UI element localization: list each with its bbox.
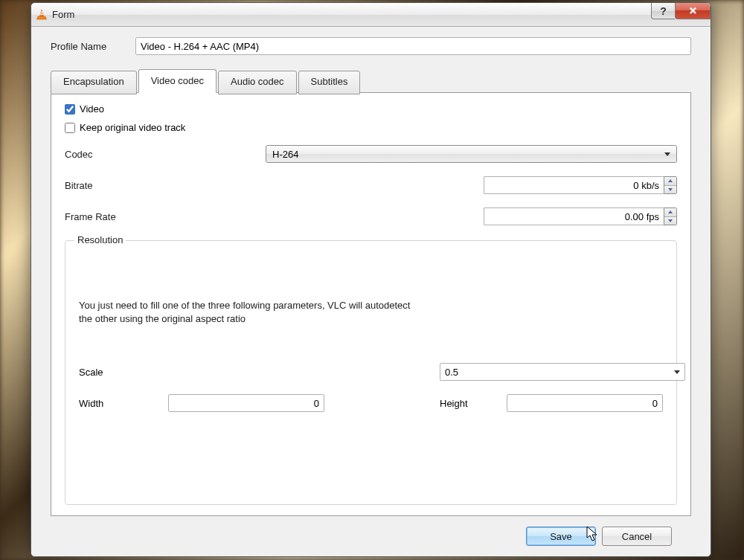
- scale-combobox[interactable]: 0.5: [440, 363, 685, 381]
- keep-original-checkbox[interactable]: [65, 123, 75, 133]
- help-icon: ?: [660, 5, 667, 17]
- window-title: Form: [52, 9, 74, 20]
- keep-original-label: Keep original video track: [80, 122, 185, 133]
- height-label: Height: [440, 398, 507, 409]
- resolution-group: Resolution You just need to fill one of …: [65, 240, 677, 505]
- profile-name-label: Profile Name: [51, 41, 135, 52]
- resolution-title: Resolution: [74, 234, 126, 245]
- bitrate-step-down[interactable]: [664, 186, 676, 194]
- save-button[interactable]: Save: [526, 527, 596, 546]
- codec-combobox[interactable]: H-264: [266, 145, 677, 163]
- svg-rect-1: [40, 13, 43, 14]
- video-checkbox-label: Video: [80, 103, 104, 115]
- cancel-button[interactable]: Cancel: [602, 527, 672, 546]
- tab-video-codec[interactable]: Video codec: [138, 69, 217, 93]
- video-checkbox[interactable]: [65, 104, 75, 115]
- tab-audio-codec[interactable]: Audio codec: [218, 71, 297, 94]
- width-input[interactable]: [168, 394, 324, 412]
- chevron-up-icon: [668, 210, 673, 213]
- bitrate-step-up[interactable]: [664, 177, 676, 186]
- form-dialog: Form ? ✕ Profile Name Encapsulation Vide…: [31, 2, 711, 557]
- framerate-step-up[interactable]: [664, 208, 676, 217]
- height-input[interactable]: [507, 394, 663, 412]
- video-codec-panel: Video Keep original video track Codec H-…: [51, 92, 691, 516]
- profile-name-input[interactable]: [135, 37, 691, 55]
- chevron-down-icon: [668, 188, 673, 191]
- codec-label: Codec: [65, 149, 266, 160]
- bitrate-input[interactable]: [484, 176, 664, 194]
- framerate-label: Frame Rate: [65, 211, 266, 222]
- codec-value: H-264: [272, 149, 660, 160]
- framerate-step-down[interactable]: [664, 217, 676, 225]
- chevron-down-icon: [664, 152, 670, 156]
- chevron-up-icon: [668, 179, 673, 182]
- close-icon: ✕: [689, 5, 697, 16]
- chevron-down-icon: [668, 219, 673, 222]
- chevron-down-icon: [674, 370, 680, 374]
- help-button[interactable]: ?: [651, 3, 675, 19]
- tab-encapsulation[interactable]: Encapsulation: [51, 71, 137, 94]
- framerate-spinner: [664, 207, 677, 225]
- close-button[interactable]: ✕: [675, 3, 711, 19]
- bitrate-label: Bitrate: [65, 180, 266, 191]
- vlc-icon: [36, 9, 48, 21]
- svg-rect-0: [41, 11, 43, 12]
- scale-label: Scale: [79, 367, 168, 378]
- width-label: Width: [79, 398, 168, 409]
- titlebar[interactable]: Form ? ✕: [31, 3, 711, 27]
- scale-value: 0.5: [445, 367, 670, 378]
- tab-subtitles[interactable]: Subtitles: [298, 71, 361, 94]
- framerate-input[interactable]: [484, 207, 664, 225]
- bitrate-spinner: [664, 176, 677, 194]
- tabs: Encapsulation Video codec Audio codec Su…: [51, 68, 691, 92]
- resolution-help: You just need to fill one of the three f…: [79, 299, 663, 326]
